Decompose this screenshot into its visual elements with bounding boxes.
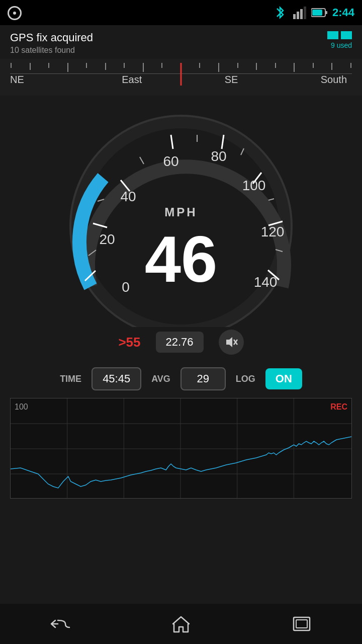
status-time: 2:44 <box>332 6 354 19</box>
svg-rect-6 <box>312 10 322 16</box>
gps-info: GPS fix acquired 10 satellites found <box>10 31 93 55</box>
tick <box>199 63 200 68</box>
sound-button[interactable] <box>219 330 244 355</box>
gps-dot <box>13 12 16 15</box>
time-value[interactable]: 45:45 <box>92 367 141 390</box>
compass-label-se: SE <box>225 74 238 86</box>
log-label: LOG <box>236 374 255 384</box>
tick <box>30 63 31 70</box>
svg-text:46: 46 <box>145 222 218 296</box>
compass-outer: NE East SE South <box>10 63 352 96</box>
svg-rect-3 <box>304 7 306 19</box>
sound-icon <box>224 335 238 349</box>
status-bar: 2:44 <box>0 0 362 25</box>
time-label: TIME <box>60 374 81 384</box>
compass-label-ne: NE <box>10 74 24 86</box>
chart-section: 100 REC <box>10 398 352 499</box>
distance-box: 22.76 <box>156 332 204 353</box>
tick <box>256 63 257 70</box>
signal-icon <box>293 6 306 19</box>
svg-rect-1 <box>297 12 299 19</box>
compass-needle <box>180 63 182 86</box>
tick <box>11 63 12 68</box>
tick <box>294 63 295 72</box>
svg-marker-35 <box>226 337 232 347</box>
battery-icon <box>311 8 327 18</box>
gps-title: GPS fix acquired <box>10 31 93 44</box>
log-toggle[interactable]: ON <box>265 368 302 389</box>
speed-alert: >55 <box>118 335 140 350</box>
tick <box>313 63 314 68</box>
tick <box>86 63 87 68</box>
tick <box>105 63 106 70</box>
svg-rect-0 <box>293 14 296 19</box>
satellites-used: 9 used <box>327 41 352 49</box>
back-icon <box>50 616 70 631</box>
speedometer-container: 0 20 40 60 80 100 120 140 0 MPH 46 <box>50 101 312 327</box>
tick <box>218 63 219 72</box>
speedometer-svg: 0 20 40 60 80 100 120 140 0 MPH 46 <box>50 101 312 327</box>
svg-text:20: 20 <box>99 231 115 247</box>
recents-icon <box>293 616 311 631</box>
speedometer-section: 0 20 40 60 80 100 120 140 0 MPH 46 <box>0 96 362 327</box>
satellite-info: 9 used <box>327 31 352 49</box>
gps-icon <box>8 6 22 20</box>
home-icon <box>172 615 190 633</box>
svg-text:100: 100 <box>242 178 266 193</box>
svg-text:60: 60 <box>163 153 178 169</box>
sat-box-1 <box>327 31 338 39</box>
svg-text:40: 40 <box>120 189 136 204</box>
bottom-nav <box>0 604 362 644</box>
speedo-bottom: >55 22.76 <box>0 327 362 362</box>
bluetooth-icon <box>274 6 286 20</box>
compass-label-south: South <box>321 74 347 86</box>
gps-header: GPS fix acquired 10 satellites found 9 u… <box>0 25 362 59</box>
home-button[interactable] <box>166 609 196 639</box>
svg-marker-46 <box>173 617 189 632</box>
tick <box>237 63 238 68</box>
recents-button[interactable] <box>287 609 317 639</box>
svg-text:80: 80 <box>211 148 226 164</box>
svg-text:0: 0 <box>122 279 130 295</box>
chart-y-max: 100 <box>15 403 28 412</box>
compass-wrapper: NE East SE South <box>0 59 362 96</box>
back-button[interactable] <box>45 609 75 639</box>
chart-svg <box>11 398 351 499</box>
location-icon-area <box>8 6 22 20</box>
avg-label: AVG <box>151 374 170 384</box>
tick <box>67 63 68 72</box>
gps-subtitle: 10 satellites found <box>10 46 93 55</box>
svg-text:120: 120 <box>261 224 285 239</box>
svg-rect-5 <box>325 11 327 14</box>
compass-label-east: East <box>122 74 142 86</box>
sat-box-2 <box>341 31 352 39</box>
sat-boxes <box>327 31 352 39</box>
svg-rect-48 <box>296 620 307 628</box>
tick <box>331 63 332 70</box>
tick <box>48 63 49 68</box>
svg-text:MPH: MPH <box>164 205 197 219</box>
tick <box>275 63 276 68</box>
svg-text:140: 140 <box>254 274 278 290</box>
stats-row: TIME 45:45 AVG 29 LOG ON <box>0 362 362 395</box>
svg-rect-2 <box>300 9 303 19</box>
tick <box>350 63 351 68</box>
avg-value[interactable]: 29 <box>180 367 226 390</box>
tick <box>124 63 125 68</box>
chart-rec-label: REC <box>330 403 347 412</box>
tick <box>143 63 144 72</box>
tick <box>161 63 162 68</box>
